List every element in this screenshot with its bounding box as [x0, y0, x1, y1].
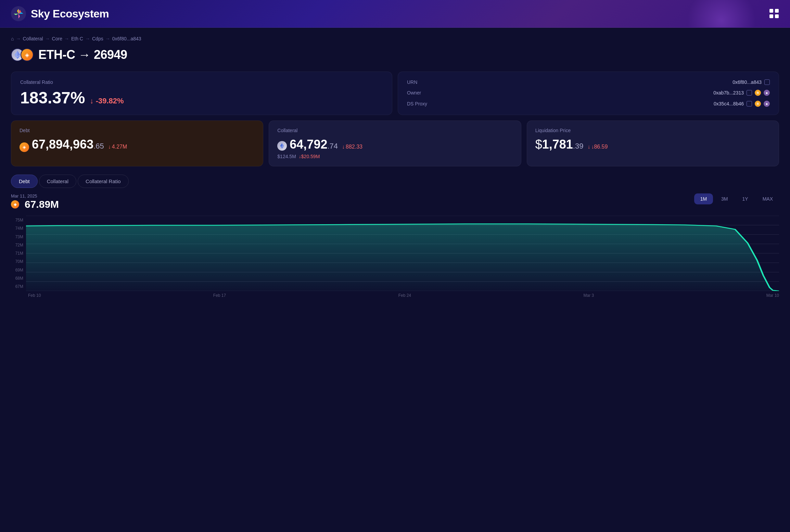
liquidation-change: ↓ ↓86.59: [587, 144, 608, 150]
x-axis: Feb 10 Feb 17 Feb 24 Mar 3 Mar 10: [11, 291, 779, 298]
y-label-70m: 70M: [11, 259, 23, 264]
y-label-71m: 71M: [11, 251, 23, 256]
collateral-label: Collateral: [277, 128, 512, 133]
copy-urn-icon[interactable]: [764, 79, 770, 85]
collateral-ratio-change-value: -39.82%: [96, 97, 124, 105]
stat-cards: Debt ◈ 67,894,963 .65 ↓ 4.27M Collateral: [11, 121, 779, 166]
down-arrow-icon: ↓: [90, 97, 94, 105]
time-btn-1y[interactable]: 1Y: [736, 193, 754, 204]
y-axis: 75M 74M 73M 72M 71M 70M 69M 68M 67M: [11, 216, 26, 291]
breadcrumb-collateral[interactable]: Collateral: [23, 36, 43, 41]
app-header: Sky Ecosystem: [0, 0, 790, 28]
time-btn-max[interactable]: MAX: [756, 193, 779, 204]
page-title: ETH-C → 26949: [38, 48, 127, 62]
y-label-73m: 73M: [11, 235, 23, 239]
tab-collateral-ratio[interactable]: Collateral Ratio: [78, 175, 129, 188]
breadcrumb-eth-c[interactable]: Eth C: [71, 36, 83, 41]
liquidation-decimal: .39: [573, 142, 584, 151]
breadcrumb-home[interactable]: ⌂: [11, 36, 14, 41]
chart-area: Mar 11, 2025 ◈ 67.89M 1M 3M 1Y MAX 75M 7…: [11, 193, 779, 298]
chart-value-text: 67.89M: [25, 199, 59, 210]
collateral-ratio-card: Collateral Ratio 183.37% ↓ -39.82%: [11, 72, 392, 115]
urn-value: 0x6f80...a843: [732, 79, 770, 85]
chart-with-labels: 75M 74M 73M 72M 71M 70M 69M 68M 67M: [11, 216, 779, 291]
collateral-sub-change: ↓$20.59M: [299, 154, 320, 159]
collateral-eth-icon: [277, 141, 287, 151]
liquidation-dollar: $: [535, 137, 542, 152]
liquidation-change-value: ↓86.59: [591, 144, 608, 150]
urn-row: URN 0x6f80...a843: [407, 79, 770, 85]
debt-label: Debt: [20, 128, 255, 133]
chart-left-header: Mar 11, 2025 ◈ 67.89M: [11, 193, 59, 214]
debt-dai-icon: ◈: [20, 142, 29, 152]
debt-card: Debt ◈ 67,894,963 .65 ↓ 4.27M: [11, 121, 263, 166]
liquidation-down-arrow: ↓: [587, 144, 590, 150]
breadcrumb: ⌂ → Collateral → Core → Eth C → Cdps → 0…: [11, 36, 779, 41]
chart-svg-container: [26, 216, 779, 291]
chart-header: Mar 11, 2025 ◈ 67.89M 1M 3M 1Y MAX: [11, 193, 779, 214]
time-btn-1m[interactable]: 1M: [694, 193, 713, 204]
x-label-feb24: Feb 24: [398, 293, 411, 298]
collateral-value-row: 64,792 .74 ↓ 882.33: [277, 137, 512, 152]
owner-row: Owner 0xab7b...2313 B ◆: [407, 90, 770, 96]
chart-tabs: Debt Collateral Collateral Ratio: [11, 175, 779, 188]
debt-down-arrow: ↓: [108, 144, 111, 150]
collateral-sub: $124.5M ↓$20.59M: [277, 154, 512, 159]
main-content: ⌂ → Collateral → Core → Eth C → Cdps → 0…: [0, 28, 790, 532]
dai-icon: ◈: [21, 48, 34, 61]
top-cards: Collateral Ratio 183.37% ↓ -39.82% URN 0…: [11, 72, 779, 115]
owner-value: 0xab7b...2313 B ◆: [713, 90, 770, 96]
tab-collateral[interactable]: Collateral: [39, 175, 76, 188]
debt-main-value: 67,894,963: [32, 137, 93, 152]
collateral-ratio-value-row: 183.37% ↓ -39.82%: [20, 88, 383, 107]
y-label-75m: 75M: [11, 218, 23, 223]
ds-proxy-value: 0x35c4...8b46 B ◆: [714, 101, 770, 107]
debt-change: ↓ 4.27M: [108, 144, 127, 150]
liquidation-label: Liquidation Price: [535, 128, 770, 133]
copy-owner-icon[interactable]: [747, 90, 752, 96]
debt-decimal: .65: [93, 142, 104, 151]
x-label-mar3: Mar 3: [583, 293, 594, 298]
info-card: URN 0x6f80...a843 Owner 0xab7b...2313 B …: [398, 72, 779, 115]
y-label-69m: 69M: [11, 268, 23, 273]
collateral-card: Collateral 64,792 .74 ↓ 882.33 $124.5M: [269, 121, 521, 166]
ds-proxy-badge-purple: ◆: [764, 101, 770, 107]
liquidation-main: 1,781: [542, 137, 573, 152]
debt-change-value: 4.27M: [112, 144, 127, 150]
y-label-72m: 72M: [11, 243, 23, 248]
tab-debt[interactable]: Debt: [11, 175, 38, 188]
header-left: Sky Ecosystem: [11, 6, 109, 21]
ds-proxy-badge-b: B: [755, 101, 761, 107]
chart-current-value: ◈ 67.89M: [11, 199, 59, 210]
liquidation-card: Liquidation Price $ 1,781 .39 ↓ ↓86.59: [527, 121, 779, 166]
owner-label: Owner: [407, 90, 421, 96]
collateral-ratio-change: ↓ -39.82%: [90, 97, 124, 105]
y-label-74m: 74M: [11, 226, 23, 231]
liquidation-value-row: $ 1,781 .39 ↓ ↓86.59: [535, 137, 770, 152]
token-icons: ◈: [11, 48, 34, 61]
debt-value-row: ◈ 67,894,963 .65 ↓ 4.27M: [20, 137, 255, 152]
collateral-ratio-value: 183.37%: [20, 88, 85, 107]
collateral-sub-value: $124.5M: [277, 154, 296, 159]
sky-logo-icon: [11, 6, 26, 21]
collateral-down-arrow: ↓: [342, 144, 345, 150]
chart-svg: [26, 216, 779, 291]
collateral-ratio-label: Collateral Ratio: [20, 79, 383, 85]
time-btn-3m[interactable]: 3M: [715, 193, 734, 204]
breadcrumb-core[interactable]: Core: [52, 36, 62, 41]
breadcrumb-address[interactable]: 0x6f80...a843: [112, 36, 141, 41]
owner-badge-b: B: [755, 90, 761, 96]
collateral-decimal: .74: [327, 142, 338, 151]
app-title: Sky Ecosystem: [31, 8, 109, 20]
y-label-68m: 68M: [11, 276, 23, 281]
grid-menu-icon[interactable]: [769, 9, 779, 18]
breadcrumb-cdps[interactable]: Cdps: [92, 36, 103, 41]
collateral-main-value: 64,792: [290, 137, 327, 152]
x-label-feb10: Feb 10: [28, 293, 41, 298]
urn-label: URN: [407, 79, 417, 85]
y-label-67m: 67M: [11, 284, 23, 289]
time-buttons: 1M 3M 1Y MAX: [694, 193, 779, 204]
ds-proxy-row: DS Proxy 0x35c4...8b46 B ◆: [407, 101, 770, 107]
copy-ds-proxy-icon[interactable]: [747, 101, 752, 106]
x-label-mar10: Mar 10: [766, 293, 779, 298]
